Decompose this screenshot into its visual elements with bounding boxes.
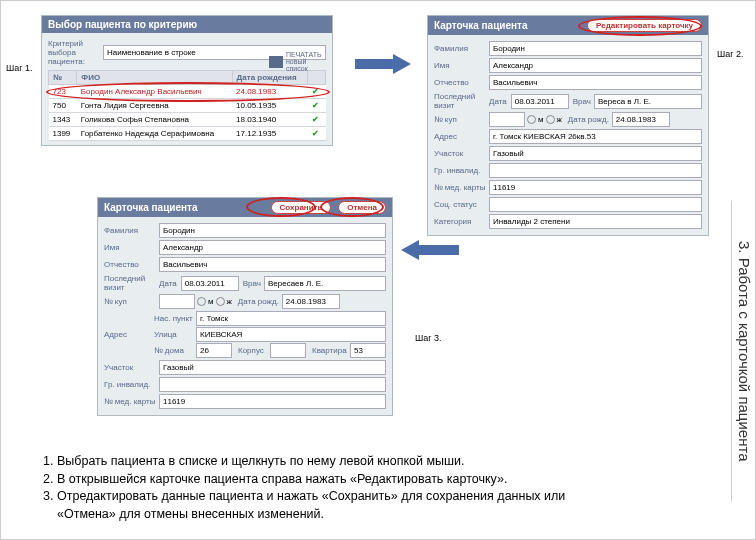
radio-f[interactable]: [216, 297, 225, 306]
lbl: Отчество: [104, 260, 159, 269]
val-name: Александр: [489, 58, 702, 73]
arrow-1-head: [393, 54, 411, 74]
lbl: Категория: [434, 217, 489, 226]
instructions: Выбрать пациента в списке и щелкнуть по …: [39, 453, 619, 523]
sublbl: № дома: [154, 346, 196, 355]
inp-kv[interactable]: 53: [350, 343, 386, 358]
table-row[interactable]: 1343Голикова Софья Степановна18.03.1940✔: [49, 113, 326, 127]
inp-korp[interactable]: [270, 343, 306, 358]
inp-date[interactable]: 08.03.2011: [181, 276, 239, 291]
save-highlight: [246, 197, 316, 217]
panel-patient-card-view: Карточка пациента Редактировать карточку…: [427, 15, 709, 236]
panel-patient-select: Выбор пациента по критерию Критерий выбо…: [41, 15, 333, 146]
sublbl: Нас. пункт: [154, 314, 196, 323]
lbl: № мед. карты: [104, 397, 159, 406]
lbl: № куп: [104, 297, 159, 306]
step-label-2: Шаг 2.: [717, 49, 744, 59]
val-date: 08.03.2011: [511, 94, 569, 109]
panel1-title: Выбор пациента по критерию: [42, 16, 332, 33]
lbl: Гр. инвалид.: [104, 380, 159, 389]
edit-btn-highlight: [578, 16, 702, 36]
inp-street[interactable]: КИЕВСКАЯ: [196, 327, 386, 342]
cancel-highlight: [320, 197, 384, 217]
sublbl: Дата рожд.: [568, 115, 609, 124]
val-inv: [489, 163, 702, 178]
lbl: Участок: [434, 149, 489, 158]
lbl: Фамилия: [434, 44, 489, 53]
arrow-2-head: [401, 240, 419, 260]
arrow-1-bar: [355, 59, 395, 69]
val-patr: Васильевич: [489, 75, 702, 90]
sublbl: Корпус: [238, 346, 270, 355]
lbl: № куп: [434, 115, 489, 124]
sublbl: Дата: [489, 97, 507, 106]
val-uch: Газовый: [489, 146, 702, 161]
sublbl: Дата: [159, 279, 177, 288]
val-vrach: Вереса в Л. Е.: [594, 94, 702, 109]
lbl-m: м: [538, 115, 544, 124]
inp-name[interactable]: Александр: [159, 240, 386, 255]
inp-nkup[interactable]: [159, 294, 195, 309]
lbl-m: м: [208, 297, 214, 306]
lbl: Адрес: [104, 330, 154, 339]
val-cat: Инвалиды 2 степени: [489, 214, 702, 229]
lbl-f: ж: [557, 115, 562, 124]
lbl: Адрес: [434, 132, 489, 141]
inp-card[interactable]: 11619: [159, 394, 386, 409]
sublbl: Врач: [243, 279, 261, 288]
lbl: Имя: [434, 61, 489, 70]
inp-inv[interactable]: [159, 377, 386, 392]
inp-dom[interactable]: 26: [196, 343, 232, 358]
sublbl: Врач: [573, 97, 591, 106]
patient-table: №ФИОДата рождения 723Бородин Александр В…: [48, 70, 326, 141]
lbl: Соц. статус: [434, 200, 489, 209]
sublbl: Квартира: [312, 346, 350, 355]
arrow-2-bar: [419, 245, 459, 255]
val-fam: Бородин: [489, 41, 702, 56]
inp-fam[interactable]: Бородин: [159, 223, 386, 238]
inp-dob[interactable]: 24.08.1983: [282, 294, 340, 309]
print-label: ПЕЧАТАТЬ новый список: [286, 51, 326, 72]
instr-item: Отредактировать данные пациента и нажать…: [57, 488, 619, 523]
inp-np[interactable]: г. Томск: [196, 311, 386, 326]
row-highlight-oval: [46, 82, 330, 102]
table-row[interactable]: 1399Горбатенко Надежда Серафимовна17.12.…: [49, 127, 326, 141]
instr-item: В открывшейся карточке пациента справа н…: [57, 471, 619, 489]
val-dob: 24.08.1983: [612, 112, 670, 127]
inp-patr[interactable]: Васильевич: [159, 257, 386, 272]
lbl-f: ж: [227, 297, 232, 306]
col-n: №: [49, 71, 77, 85]
radio-f-icon: [546, 115, 555, 124]
lbl: Отчество: [434, 78, 489, 87]
val-soc: [489, 197, 702, 212]
lbl: Последний визит: [104, 274, 159, 292]
lbl: Имя: [104, 243, 159, 252]
radio-m[interactable]: [197, 297, 206, 306]
panel2-title: Карточка пациента: [434, 20, 528, 31]
sublbl: Дата рожд.: [238, 297, 279, 306]
panel3-title: Карточка пациента: [104, 202, 198, 213]
radio-m-icon: [527, 115, 536, 124]
sublbl: Улица: [154, 330, 196, 339]
lbl: Участок: [104, 363, 159, 372]
inp-uch[interactable]: Газовый: [159, 360, 386, 375]
panel-patient-card-edit: Карточка пациента Сохранить Отмена Фамил…: [97, 197, 393, 416]
val-card: 11619: [489, 180, 702, 195]
val-addr: г. Томск КИЕВСКАЯ 26кв.53: [489, 129, 702, 144]
crit-label: Критерий выбора пациента:: [48, 39, 103, 66]
lbl: Последний визит: [434, 92, 489, 110]
inp-vrach[interactable]: Вересаев Л. Е.: [264, 276, 386, 291]
print-icon[interactable]: ПЕЧАТАТЬ новый список: [269, 51, 326, 72]
instr-item: Выбрать пациента в списке и щелкнуть по …: [57, 453, 619, 471]
lbl: Гр. инвалид.: [434, 166, 489, 175]
panel1-title-text: Выбор пациента по критерию: [48, 19, 197, 30]
lbl: № мед. карты: [434, 183, 489, 192]
section-title: 3. Работа с карточкой пациента: [731, 201, 753, 501]
lbl: Фамилия: [104, 226, 159, 235]
step-label-3: Шаг 3.: [415, 333, 442, 343]
step-label-1: Шаг 1.: [6, 63, 33, 73]
val-nkup: [489, 112, 525, 127]
